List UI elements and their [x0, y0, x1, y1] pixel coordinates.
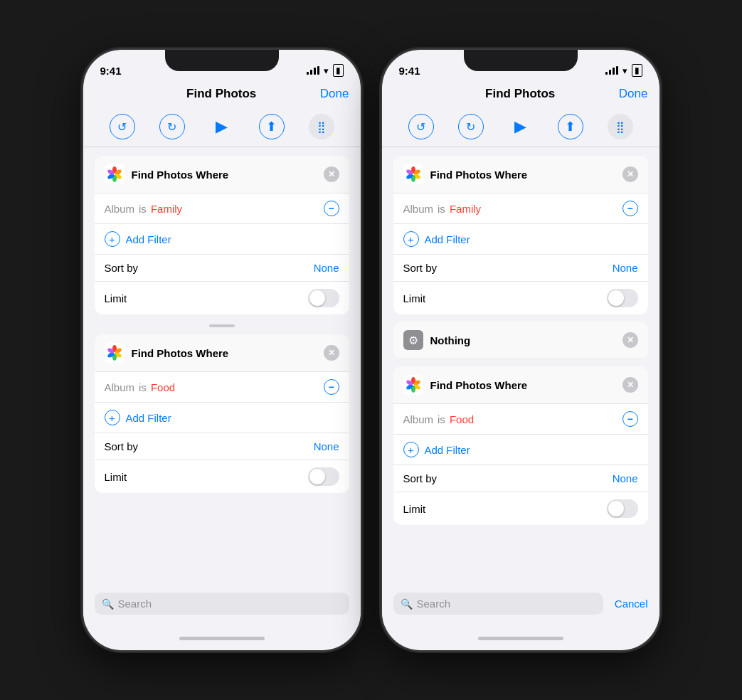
undo-button-2[interactable]: ↺: [408, 114, 434, 139]
toggle-knob-family-1: [309, 290, 325, 306]
settings-button-1[interactable]: ⣿: [309, 114, 334, 139]
limit-label-food-2: Limit: [403, 503, 426, 515]
play-button-2[interactable]: ▶: [508, 114, 534, 139]
card-find-photos-family-2: Find Photos Where ✕ Album is Family − + …: [393, 156, 648, 314]
search-bar-2: 🔍 Search Cancel: [382, 587, 659, 626]
search-icon-1: 🔍: [102, 598, 114, 610]
tag-is-family-2[interactable]: is: [438, 203, 445, 215]
limit-row-food-1: Limit: [95, 460, 349, 493]
search-bar-1: 🔍 Search: [83, 587, 361, 626]
tag-album-family-1[interactable]: Album: [105, 203, 135, 215]
nav-bar-2: Find Photos Done: [382, 81, 659, 108]
minus-button-family-1[interactable]: −: [324, 201, 339, 216]
add-icon-family-1[interactable]: +: [105, 231, 120, 247]
sort-value-food-1[interactable]: None: [314, 440, 339, 452]
scroll-content-1[interactable]: Find Photos Where ✕ Album is Family − + …: [83, 147, 361, 587]
close-button-family-1[interactable]: ✕: [324, 166, 339, 182]
tag-album-food-1[interactable]: Album: [105, 381, 135, 393]
tag-value-food-1[interactable]: Food: [151, 381, 175, 393]
tag-is-food-1[interactable]: is: [139, 381, 147, 393]
card-header-nothing-2: ⚙ Nothing ✕: [393, 322, 648, 359]
limit-toggle-family-1[interactable]: [308, 289, 339, 307]
undo-button-1[interactable]: ↺: [110, 114, 135, 139]
add-filter-text-food-1[interactable]: Add Filter: [126, 412, 171, 424]
sort-label-food-1: Sort by: [105, 440, 139, 452]
phone-1: 9:41 ▾ ▮ Find Photos Done ↺ ↻ ▶ ⬆: [83, 50, 361, 650]
filter-tags-food-1: Album is Food: [105, 381, 176, 393]
tag-album-family-2[interactable]: Album: [403, 203, 434, 215]
filter-row-food-1: Album is Food −: [95, 372, 349, 403]
close-button-food-2[interactable]: ✕: [622, 377, 638, 393]
sort-value-family-2[interactable]: None: [613, 262, 638, 274]
minus-button-food-1[interactable]: −: [324, 379, 339, 395]
card-find-photos-food-2: Find Photos Where ✕ Album is Food − + Ad…: [393, 366, 648, 525]
add-filter-row-food-1: + Add Filter: [95, 403, 349, 433]
add-icon-food-1[interactable]: +: [105, 410, 120, 425]
add-filter-text-family-2[interactable]: Add Filter: [425, 233, 470, 245]
card-title-food-2: Find Photos Where: [430, 379, 528, 391]
tag-value-family-1[interactable]: Family: [151, 203, 182, 215]
search-placeholder-1: Search: [118, 598, 152, 610]
add-filter-text-food-2[interactable]: Add Filter: [425, 444, 470, 456]
done-button-1[interactable]: Done: [320, 87, 349, 101]
add-icon-family-2[interactable]: +: [403, 231, 419, 247]
card-find-photos-family-1: Find Photos Where ✕ Album is Family − + …: [95, 156, 349, 314]
sort-row-food-1: Sort by None: [95, 433, 349, 460]
filter-row-family-2: Album is Family −: [393, 193, 648, 224]
add-icon-food-2[interactable]: +: [403, 442, 419, 457]
limit-toggle-family-2[interactable]: [607, 289, 638, 307]
home-bar-1: [179, 637, 265, 640]
share-button-1[interactable]: ⬆: [259, 114, 285, 139]
card-header-family-2: Find Photos Where ✕: [393, 156, 648, 193]
search-row-2: 🔍 Search Cancel: [393, 593, 648, 615]
add-filter-row-family-2: + Add Filter: [393, 224, 648, 255]
limit-toggle-food-1[interactable]: [308, 467, 339, 486]
filter-row-family-1: Album is Family −: [95, 193, 349, 224]
tag-album-food-2[interactable]: Album: [403, 413, 434, 425]
tag-is-food-2[interactable]: is: [438, 413, 445, 425]
sort-label-family-2: Sort by: [403, 262, 438, 274]
phone-2: 9:41 ▾ ▮ Find Photos Done ↺ ↻ ▶ ⬆: [382, 50, 659, 650]
card-header-left-food-2: Find Photos Where: [403, 375, 528, 395]
sort-row-food-2: Sort by None: [393, 465, 648, 492]
add-filter-text-family-1[interactable]: Add Filter: [126, 233, 171, 245]
tag-is-family-1[interactable]: is: [139, 203, 147, 215]
search-placeholder-2: Search: [417, 598, 451, 610]
sort-value-food-2[interactable]: None: [613, 472, 638, 484]
filter-tags-family-1: Album is Family: [105, 203, 183, 215]
limit-row-family-1: Limit: [95, 282, 349, 314]
toggle-knob-food-2: [608, 501, 624, 516]
redo-button-2[interactable]: ↻: [458, 114, 484, 139]
card-header-food-1: Find Photos Where ✕: [95, 334, 349, 372]
scroll-content-2[interactable]: Find Photos Where ✕ Album is Family − + …: [382, 147, 659, 587]
tag-value-food-2[interactable]: Food: [450, 413, 474, 425]
limit-label-family-1: Limit: [105, 292, 127, 304]
close-button-food-1[interactable]: ✕: [324, 345, 339, 361]
battery-icon-2: ▮: [632, 64, 642, 77]
play-button-1[interactable]: ▶: [209, 114, 235, 139]
card-title-food-1: Find Photos Where: [132, 347, 229, 359]
filter-tags-family-2: Album is Family: [403, 203, 482, 215]
share-button-2[interactable]: ⬆: [558, 114, 583, 139]
settings-button-2[interactable]: ⣿: [608, 114, 633, 139]
minus-button-family-2[interactable]: −: [622, 201, 638, 216]
screen-2: 9:41 ▾ ▮ Find Photos Done ↺ ↻ ▶ ⬆: [382, 50, 659, 650]
sort-value-family-1[interactable]: None: [314, 262, 339, 274]
tag-value-family-2[interactable]: Family: [450, 203, 481, 215]
card-title-family-1: Find Photos Where: [132, 169, 229, 181]
card-header-left-1: Find Photos Where: [105, 164, 229, 184]
close-button-nothing-2[interactable]: ✕: [622, 332, 638, 348]
status-icons-2: ▾ ▮: [605, 64, 642, 77]
limit-row-family-2: Limit: [393, 282, 648, 314]
scroll-handle-1: [209, 324, 235, 327]
status-time-2: 9:41: [399, 65, 420, 77]
close-button-family-2[interactable]: ✕: [622, 166, 638, 182]
done-button-2[interactable]: Done: [619, 87, 648, 101]
redo-button-1[interactable]: ↻: [159, 114, 185, 139]
photos-icon-family-2: [403, 164, 423, 184]
signal-icon-2: [605, 66, 618, 75]
limit-toggle-food-2[interactable]: [607, 499, 638, 518]
minus-button-food-2[interactable]: −: [622, 411, 638, 427]
cancel-button-2[interactable]: Cancel: [609, 598, 648, 610]
status-icons-1: ▾ ▮: [307, 64, 344, 77]
